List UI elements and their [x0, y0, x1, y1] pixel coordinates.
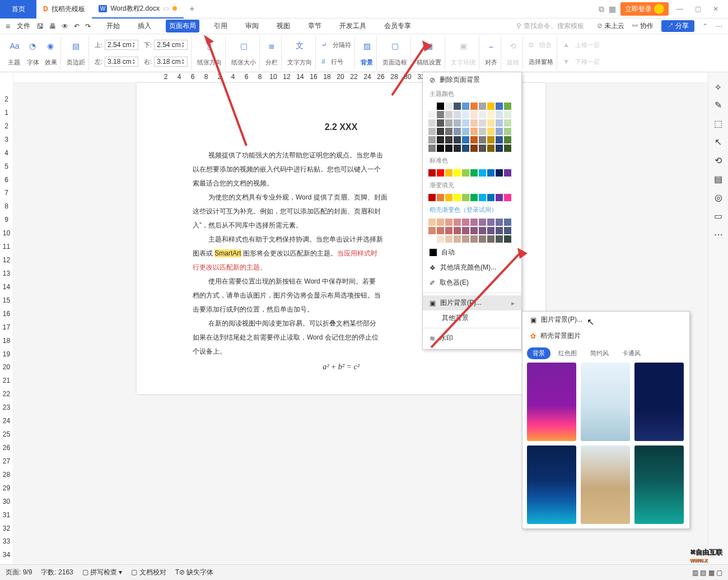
more-icon[interactable]: ⋯ [716, 22, 722, 30]
sp-location-icon[interactable]: ◎ [715, 192, 722, 203]
color-swatch[interactable] [462, 169, 469, 177]
breaks-icon[interactable]: ⤶ [321, 41, 327, 49]
ribbon-tab-3[interactable]: 引用 [211, 20, 231, 33]
tab-document[interactable]: W Word教程2.docx ▭ [92, 0, 184, 18]
color-swatch[interactable] [454, 111, 461, 118]
paper-size-label[interactable]: 纸张大小 [231, 58, 256, 67]
color-swatch[interactable] [504, 111, 511, 118]
color-swatch[interactable] [479, 219, 486, 226]
status-proofing[interactable]: ▢ 文档校对 [131, 568, 166, 577]
color-swatch[interactable] [454, 194, 461, 201]
ribbon-tab-6[interactable]: 章节 [305, 20, 325, 33]
background-label[interactable]: 背景 [361, 58, 373, 67]
color-swatch[interactable] [428, 194, 436, 201]
ribbon-toggle-icon[interactable]: ⌃ [702, 22, 708, 30]
undo-icon[interactable]: ↶ [74, 22, 80, 30]
color-swatch[interactable] [437, 111, 444, 118]
color-swatch[interactable] [504, 169, 511, 177]
status-words[interactable]: 字数: 2163 [41, 568, 73, 577]
color-swatch[interactable] [428, 169, 436, 177]
color-swatch[interactable] [445, 128, 452, 135]
color-swatch[interactable] [487, 235, 494, 243]
color-swatch[interactable] [428, 119, 436, 127]
align-icon[interactable]: ⫠ [485, 40, 497, 52]
window-layout-1-icon[interactable]: ⧉ [599, 4, 604, 14]
ribbon-tab-8[interactable]: 会员专享 [381, 20, 414, 33]
color-swatch[interactable] [454, 169, 461, 177]
color-swatch[interactable] [428, 235, 436, 243]
color-swatch[interactable] [496, 136, 503, 143]
color-swatch[interactable] [454, 219, 461, 226]
sp-cursor-icon[interactable]: ↖ [715, 137, 722, 147]
new-tab-button[interactable]: + [184, 4, 200, 14]
color-swatch[interactable] [487, 128, 494, 135]
color-swatch[interactable] [496, 227, 503, 234]
color-swatch[interactable] [470, 128, 478, 135]
remove-page-bg[interactable]: ⊘删除页面背景 [423, 72, 521, 87]
ribbon-tab-4[interactable]: 审阅 [242, 20, 262, 33]
ribbon-tab-0[interactable]: 开始 [103, 20, 123, 33]
color-swatch[interactable] [479, 235, 486, 243]
sp-select-icon[interactable]: ⬚ [714, 118, 722, 129]
indent-top-input[interactable]: 2.54 cm▲▼ [105, 40, 138, 50]
close-button[interactable]: ✕ [709, 5, 722, 13]
color-swatch[interactable] [428, 111, 436, 118]
color-swatch[interactable] [479, 145, 486, 152]
color-swatch[interactable] [462, 128, 469, 135]
ribbon-tab-5[interactable]: 视图 [273, 20, 293, 33]
rotate-icon[interactable]: ⟲ [507, 40, 519, 52]
color-swatch[interactable] [428, 219, 436, 226]
bg-thumbnail[interactable] [581, 446, 630, 524]
tab-home[interactable]: 首页 [0, 0, 36, 18]
color-swatch[interactable] [428, 145, 436, 152]
color-swatch[interactable] [487, 145, 494, 152]
color-swatch[interactable] [479, 227, 486, 234]
auto-color[interactable]: 自动 [423, 245, 521, 260]
cloud-status[interactable]: ⊘ 未上云 [597, 21, 624, 31]
text-direction-label[interactable]: 文字方向 [287, 58, 312, 67]
save-icon[interactable]: 🖫 [37, 22, 44, 30]
sp-more-icon[interactable]: ⋯ [714, 229, 723, 240]
color-swatch[interactable] [496, 128, 503, 135]
color-swatch[interactable] [462, 227, 469, 234]
ribbon-tab-1[interactable]: 插入 [134, 20, 155, 33]
tab-menu-icon[interactable]: ▭ [163, 4, 169, 12]
color-swatch[interactable] [470, 111, 478, 118]
color-swatch[interactable] [445, 219, 452, 226]
bg-tab[interactable]: 简约风 [585, 347, 614, 359]
theme-label[interactable]: 主题 [8, 58, 20, 67]
color-swatch[interactable] [437, 194, 444, 201]
color-swatch[interactable] [437, 219, 444, 226]
color-swatch[interactable] [462, 235, 469, 243]
orientation-icon[interactable]: ▯ [203, 40, 216, 52]
color-swatch[interactable] [496, 103, 503, 110]
more-fill-colors[interactable]: ❖其他填充颜色(M)... [423, 260, 521, 275]
color-swatch[interactable] [445, 235, 452, 243]
color-swatch[interactable] [470, 136, 478, 143]
file-menu[interactable]: 文件 [17, 21, 30, 31]
bg-thumbnail[interactable] [634, 363, 684, 441]
color-swatch[interactable] [462, 194, 469, 201]
sp-nav-icon[interactable]: ⟡ [715, 82, 721, 92]
color-swatch[interactable] [487, 136, 494, 143]
grid-paper-icon[interactable]: ▦ [423, 40, 435, 52]
color-swatch[interactable] [487, 219, 494, 226]
status-spellcheck[interactable]: ▢ 拼写检查 ▾ [82, 568, 123, 577]
color-swatch[interactable] [437, 119, 444, 127]
margins-icon[interactable]: ▤ [70, 40, 82, 52]
color-swatch[interactable] [479, 136, 486, 143]
color-swatch[interactable] [504, 128, 511, 135]
color-icon[interactable]: ◔ [26, 40, 39, 52]
color-swatch[interactable] [504, 103, 511, 110]
sp-settings-icon[interactable]: ⟲ [715, 155, 722, 166]
color-swatch[interactable] [445, 119, 452, 127]
effect-dropdown[interactable]: 效果 [45, 58, 57, 67]
color-swatch[interactable] [454, 136, 461, 143]
color-swatch[interactable] [504, 145, 511, 152]
color-swatch[interactable] [454, 103, 461, 110]
color-swatch[interactable] [470, 227, 478, 234]
color-swatch[interactable] [504, 227, 511, 234]
minimize-button[interactable]: — [673, 5, 687, 13]
color-swatch[interactable] [496, 119, 503, 127]
color-swatch[interactable] [496, 219, 503, 226]
